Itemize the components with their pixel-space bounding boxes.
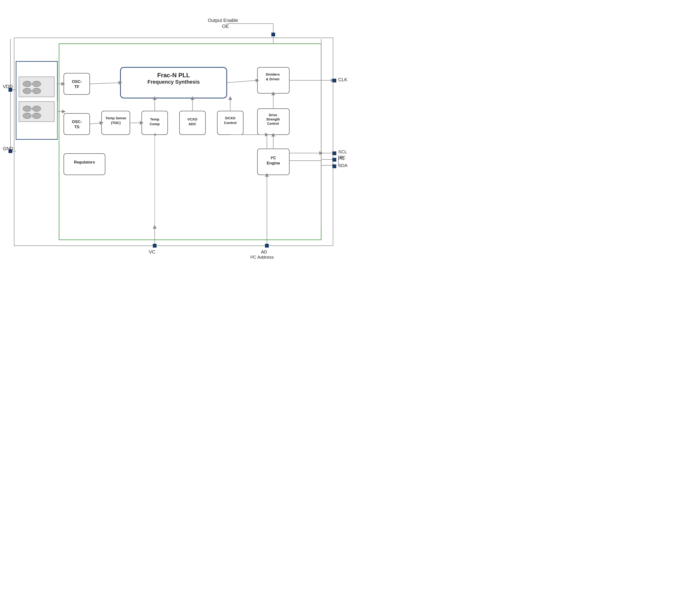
- svg-point-4: [23, 81, 31, 87]
- svg-point-11: [23, 113, 31, 119]
- svg-point-9: [23, 106, 31, 112]
- sda-pin: [332, 164, 336, 168]
- svg-line-31: [90, 123, 102, 124]
- svg-point-10: [32, 106, 41, 112]
- temp-comp-label: TempComp: [144, 117, 165, 126]
- a0-label: A0: [261, 249, 267, 255]
- svg-point-6: [23, 88, 31, 94]
- svg-line-30: [90, 83, 121, 84]
- i2c-top-item: I²C: [340, 155, 346, 161]
- svg-point-5: [32, 81, 41, 87]
- a0-pin: [265, 244, 269, 247]
- svg-point-7: [32, 88, 41, 94]
- vdd-label: VDD: [3, 84, 13, 89]
- svg-point-12: [32, 113, 41, 119]
- frac-pll-title: Frac-N PLL: [122, 72, 226, 79]
- clk-label: CLK: [338, 77, 347, 82]
- vcxo-adc-label: VCXOADC: [182, 117, 202, 126]
- frac-pll-label: Frac-N PLL Frequency Synthesis: [122, 72, 226, 85]
- drive-strength-label: DriveStrengthControl: [259, 113, 287, 126]
- osc-ts-label: OSC-TS: [66, 119, 88, 130]
- scl-pin: [332, 151, 336, 155]
- wires-svg: [0, 0, 350, 300]
- svg-rect-3: [19, 77, 54, 97]
- dcxo-control-label: DCXOControl: [220, 116, 241, 125]
- diagram-container: OSC-TF OSC-TS Temp Sense(TDC) TempComp V…: [0, 0, 350, 300]
- i2c-engine-label: I²CEngine: [260, 155, 287, 166]
- oe-label: OE: [222, 24, 229, 29]
- gnd-label: GND: [3, 146, 13, 151]
- i2c-bracket: I²C: [338, 155, 346, 166]
- oe-pin: [271, 32, 275, 37]
- temp-sense-label: Temp Sense(TDC): [103, 116, 128, 125]
- vc-label: VC: [149, 249, 155, 255]
- svg-rect-8: [19, 102, 54, 122]
- osc-tf-label: OSC-TF: [66, 79, 88, 90]
- output-enable-label: Output Enable: [208, 18, 238, 23]
- clk-pin: [332, 79, 336, 82]
- frac-pll-subtitle: Frequency Synthesis: [122, 79, 226, 85]
- svg-rect-0: [14, 38, 333, 246]
- regulators-label: Regulators: [69, 160, 100, 165]
- svg-rect-2: [16, 62, 57, 139]
- scl-label: SCL: [338, 149, 347, 154]
- i2c-address-label: I²C Address: [250, 255, 274, 260]
- i2c-upper-pin: [332, 158, 336, 162]
- dividers-driver-label: Dividers& Driver: [258, 72, 287, 81]
- vc-pin: [153, 244, 156, 247]
- svg-line-36: [227, 80, 257, 83]
